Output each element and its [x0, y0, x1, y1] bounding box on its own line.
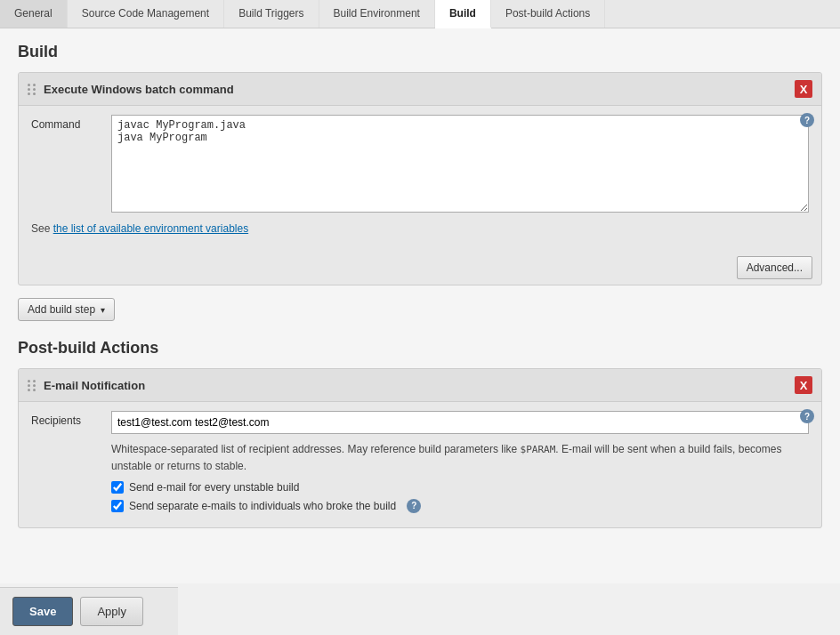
recipients-input[interactable] — [111, 411, 809, 434]
post-build-section-title: Post-build Actions — [18, 339, 822, 358]
batch-panel-footer: Advanced... — [19, 251, 821, 285]
command-row: Command — [31, 115, 809, 215]
tab-build-triggers[interactable]: Build Triggers — [224, 0, 319, 28]
add-build-step-button[interactable]: Add build step ▾ — [18, 298, 115, 321]
email-drag-handle[interactable] — [28, 380, 36, 391]
drag-dot — [28, 92, 30, 95]
drag-dot — [28, 380, 30, 382]
tab-build-environment[interactable]: Build Environment — [319, 0, 435, 28]
unstable-build-label: Send e-mail for every unstable build — [129, 481, 299, 494]
broke-build-label: Send separate e-mails to individuals who… — [129, 500, 396, 512]
page-content: Build Execute Windows batch command X ? — [0, 28, 840, 583]
recipients-field-wrap — [111, 411, 809, 434]
command-textarea[interactable] — [111, 115, 809, 213]
batch-panel-title: Execute Windows batch command — [44, 83, 795, 96]
broke-build-checkbox-row: Send separate e-mails to individuals who… — [111, 499, 809, 513]
apply-button[interactable]: Apply — [80, 597, 143, 626]
build-section-title: Build — [18, 43, 822, 61]
drag-dot — [33, 384, 36, 387]
recipients-row: Recipients — [31, 411, 809, 434]
tab-build[interactable]: Build — [435, 0, 491, 28]
drag-dot — [28, 84, 30, 86]
email-notification-panel: E-mail Notification X ? Recipients White… — [18, 368, 822, 528]
description-text: Whitespace-separated list of recipient a… — [111, 441, 809, 474]
drag-dot — [28, 88, 30, 91]
recipients-label: Recipients — [31, 411, 111, 427]
drag-dots — [28, 84, 36, 95]
tabs-bar: General Source Code Management Build Tri… — [0, 0, 840, 28]
param-code: $PARAM — [521, 444, 556, 455]
add-build-step-label: Add build step — [28, 303, 95, 316]
drag-dot — [28, 384, 30, 387]
broke-build-checkbox[interactable] — [111, 500, 124, 512]
email-panel-header: E-mail Notification X — [19, 369, 821, 402]
drag-dot — [28, 389, 30, 391]
unstable-build-checkbox[interactable] — [111, 481, 124, 494]
batch-panel-close-button[interactable]: X — [795, 80, 812, 98]
tab-source-code[interactable]: Source Code Management — [68, 0, 224, 28]
email-drag-dots — [28, 380, 36, 391]
unstable-build-checkbox-row: Send e-mail for every unstable build — [111, 481, 809, 494]
command-label: Command — [31, 115, 111, 131]
drag-dot — [33, 92, 36, 95]
command-field-wrap — [111, 115, 809, 215]
footer-bar: Save Apply — [0, 587, 178, 635]
drag-dot — [33, 380, 36, 382]
email-help-icon[interactable]: ? — [800, 409, 814, 423]
email-panel-title: E-mail Notification — [44, 379, 795, 392]
tab-general[interactable]: General — [0, 0, 68, 28]
batch-help-icon[interactable]: ? — [800, 113, 814, 127]
add-build-step-chevron: ▾ — [101, 305, 105, 315]
drag-dot — [33, 84, 36, 86]
execute-batch-panel: Execute Windows batch command X ? Comman… — [18, 72, 822, 285]
email-panel-body: Recipients Whitespace-separated list of … — [19, 402, 821, 527]
drag-dot — [33, 88, 36, 91]
broke-build-help-icon[interactable]: ? — [407, 499, 421, 513]
advanced-button[interactable]: Advanced... — [737, 256, 812, 279]
batch-panel-body: Command See the list of available enviro… — [19, 106, 821, 251]
drag-handle[interactable] — [28, 84, 36, 95]
drag-dot — [33, 389, 36, 391]
tab-post-build[interactable]: Post-build Actions — [491, 0, 605, 28]
email-panel-close-button[interactable]: X — [795, 376, 812, 394]
save-button[interactable]: Save — [12, 597, 73, 626]
env-vars-text: See the list of available environment va… — [31, 222, 809, 235]
panel-header: Execute Windows batch command X — [19, 73, 821, 106]
env-vars-link[interactable]: the list of available environment variab… — [53, 222, 248, 235]
